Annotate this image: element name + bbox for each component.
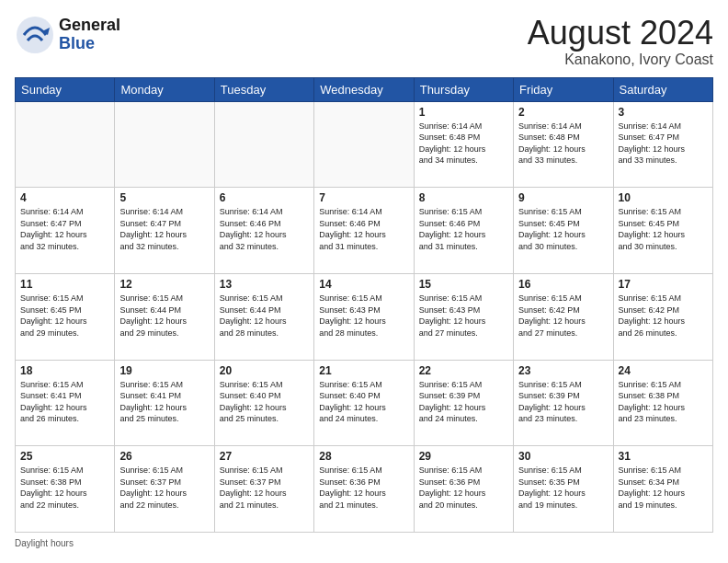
table-row: 13Sunrise: 6:15 AM Sunset: 6:44 PM Dayli…: [214, 273, 313, 360]
table-row: 15Sunrise: 6:15 AM Sunset: 6:43 PM Dayli…: [414, 273, 513, 360]
col-thursday: Thursday: [414, 77, 513, 101]
day-number: 19: [119, 364, 209, 377]
day-number: 6: [220, 191, 309, 204]
day-info: Sunrise: 6:15 AM Sunset: 6:42 PM Dayligh…: [619, 293, 708, 339]
day-info: Sunrise: 6:15 AM Sunset: 6:45 PM Dayligh…: [20, 293, 109, 339]
table-row: 6Sunrise: 6:14 AM Sunset: 6:46 PM Daylig…: [214, 188, 313, 274]
title-block: August 2024 Kanakono, Ivory Coast: [528, 15, 713, 68]
table-row: [16, 101, 115, 188]
day-number: 22: [419, 364, 508, 377]
table-row: [115, 101, 214, 188]
day-info: Sunrise: 6:15 AM Sunset: 6:36 PM Dayligh…: [419, 465, 508, 511]
table-row: 27Sunrise: 6:15 AM Sunset: 6:37 PM Dayli…: [214, 446, 313, 533]
day-info: Sunrise: 6:15 AM Sunset: 6:46 PM Dayligh…: [419, 206, 508, 252]
calendar-week-row: 11Sunrise: 6:15 AM Sunset: 6:45 PM Dayli…: [16, 273, 713, 360]
logo-blue: Blue: [59, 35, 120, 53]
day-info: Sunrise: 6:14 AM Sunset: 6:48 PM Dayligh…: [518, 121, 608, 167]
table-row: 29Sunrise: 6:15 AM Sunset: 6:36 PM Dayli…: [414, 446, 513, 533]
calendar-week-row: 4Sunrise: 6:14 AM Sunset: 6:47 PM Daylig…: [16, 188, 713, 274]
day-number: 9: [518, 191, 608, 204]
day-info: Sunrise: 6:15 AM Sunset: 6:39 PM Dayligh…: [419, 379, 508, 425]
day-number: 1: [419, 106, 508, 119]
day-info: Sunrise: 6:15 AM Sunset: 6:44 PM Dayligh…: [119, 293, 209, 339]
day-number: 21: [319, 364, 408, 377]
table-row: 28Sunrise: 6:15 AM Sunset: 6:36 PM Dayli…: [314, 446, 414, 533]
day-number: 27: [220, 450, 309, 463]
page: General Blue August 2024 Kanakono, Ivory…: [0, 0, 728, 563]
day-number: 28: [319, 450, 408, 463]
logo-label: General Blue: [59, 17, 120, 53]
day-number: 15: [419, 278, 508, 291]
logo-icon: [15, 15, 55, 55]
table-row: 30Sunrise: 6:15 AM Sunset: 6:35 PM Dayli…: [514, 446, 613, 533]
table-row: 23Sunrise: 6:15 AM Sunset: 6:39 PM Dayli…: [514, 360, 613, 446]
table-row: 19Sunrise: 6:15 AM Sunset: 6:41 PM Dayli…: [115, 360, 214, 446]
day-info: Sunrise: 6:15 AM Sunset: 6:38 PM Dayligh…: [619, 379, 708, 425]
day-info: Sunrise: 6:15 AM Sunset: 6:35 PM Dayligh…: [518, 465, 608, 511]
table-row: 5Sunrise: 6:14 AM Sunset: 6:47 PM Daylig…: [115, 188, 214, 274]
day-number: 26: [119, 450, 209, 463]
day-info: Sunrise: 6:14 AM Sunset: 6:46 PM Dayligh…: [220, 206, 309, 252]
day-number: 16: [518, 278, 608, 291]
table-row: 10Sunrise: 6:15 AM Sunset: 6:45 PM Dayli…: [613, 188, 712, 274]
day-info: Sunrise: 6:15 AM Sunset: 6:40 PM Dayligh…: [220, 379, 309, 425]
day-number: 2: [518, 106, 608, 119]
day-info: Sunrise: 6:15 AM Sunset: 6:34 PM Dayligh…: [619, 465, 708, 511]
table-row: 11Sunrise: 6:15 AM Sunset: 6:45 PM Dayli…: [16, 273, 115, 360]
day-number: 4: [20, 191, 109, 204]
footer: Daylight hours: [15, 538, 713, 548]
day-info: Sunrise: 6:15 AM Sunset: 6:45 PM Dayligh…: [518, 206, 608, 252]
day-number: 12: [119, 278, 209, 291]
table-row: 8Sunrise: 6:15 AM Sunset: 6:46 PM Daylig…: [414, 188, 513, 274]
calendar-title: August 2024: [528, 15, 713, 52]
day-number: 31: [619, 450, 708, 463]
table-row: 12Sunrise: 6:15 AM Sunset: 6:44 PM Dayli…: [115, 273, 214, 360]
table-row: 16Sunrise: 6:15 AM Sunset: 6:42 PM Dayli…: [514, 273, 613, 360]
day-number: 30: [518, 450, 608, 463]
day-number: 7: [319, 191, 408, 204]
day-info: Sunrise: 6:14 AM Sunset: 6:46 PM Dayligh…: [319, 206, 408, 252]
logo: General Blue: [15, 15, 120, 55]
day-number: 24: [619, 364, 708, 377]
day-number: 10: [619, 191, 708, 204]
day-info: Sunrise: 6:15 AM Sunset: 6:38 PM Dayligh…: [20, 465, 109, 511]
table-row: 1Sunrise: 6:14 AM Sunset: 6:48 PM Daylig…: [414, 101, 513, 188]
col-wednesday: Wednesday: [314, 77, 414, 101]
calendar-header-row: Sunday Monday Tuesday Wednesday Thursday…: [16, 77, 713, 101]
table-row: 2Sunrise: 6:14 AM Sunset: 6:48 PM Daylig…: [514, 101, 613, 188]
day-info: Sunrise: 6:15 AM Sunset: 6:43 PM Dayligh…: [419, 293, 508, 339]
table-row: 31Sunrise: 6:15 AM Sunset: 6:34 PM Dayli…: [613, 446, 712, 533]
table-row: 20Sunrise: 6:15 AM Sunset: 6:40 PM Dayli…: [214, 360, 313, 446]
day-info: Sunrise: 6:15 AM Sunset: 6:41 PM Dayligh…: [20, 379, 109, 425]
calendar-subtitle: Kanakono, Ivory Coast: [528, 52, 713, 68]
table-row: 9Sunrise: 6:15 AM Sunset: 6:45 PM Daylig…: [514, 188, 613, 274]
footer-label: Daylight hours: [15, 538, 74, 548]
day-number: 17: [619, 278, 708, 291]
table-row: [314, 101, 414, 188]
day-info: Sunrise: 6:14 AM Sunset: 6:47 PM Dayligh…: [619, 121, 708, 167]
col-sunday: Sunday: [16, 77, 115, 101]
table-row: 17Sunrise: 6:15 AM Sunset: 6:42 PM Dayli…: [613, 273, 712, 360]
day-info: Sunrise: 6:14 AM Sunset: 6:48 PM Dayligh…: [419, 121, 508, 167]
table-row: 26Sunrise: 6:15 AM Sunset: 6:37 PM Dayli…: [115, 446, 214, 533]
table-row: 14Sunrise: 6:15 AM Sunset: 6:43 PM Dayli…: [314, 273, 414, 360]
day-number: 29: [419, 450, 508, 463]
table-row: 21Sunrise: 6:15 AM Sunset: 6:40 PM Dayli…: [314, 360, 414, 446]
day-info: Sunrise: 6:15 AM Sunset: 6:44 PM Dayligh…: [220, 293, 309, 339]
col-saturday: Saturday: [613, 77, 712, 101]
day-number: 3: [619, 106, 708, 119]
table-row: 18Sunrise: 6:15 AM Sunset: 6:41 PM Dayli…: [16, 360, 115, 446]
day-info: Sunrise: 6:15 AM Sunset: 6:40 PM Dayligh…: [319, 379, 408, 425]
day-info: Sunrise: 6:15 AM Sunset: 6:43 PM Dayligh…: [319, 293, 408, 339]
table-row: 25Sunrise: 6:15 AM Sunset: 6:38 PM Dayli…: [16, 446, 115, 533]
calendar-week-row: 1Sunrise: 6:14 AM Sunset: 6:48 PM Daylig…: [16, 101, 713, 188]
day-info: Sunrise: 6:15 AM Sunset: 6:37 PM Dayligh…: [220, 465, 309, 511]
day-info: Sunrise: 6:15 AM Sunset: 6:37 PM Dayligh…: [119, 465, 209, 511]
col-friday: Friday: [514, 77, 613, 101]
table-row: 22Sunrise: 6:15 AM Sunset: 6:39 PM Dayli…: [414, 360, 513, 446]
day-info: Sunrise: 6:15 AM Sunset: 6:36 PM Dayligh…: [319, 465, 408, 511]
calendar-week-row: 25Sunrise: 6:15 AM Sunset: 6:38 PM Dayli…: [16, 446, 713, 533]
col-monday: Monday: [115, 77, 214, 101]
table-row: [214, 101, 313, 188]
day-number: 11: [20, 278, 109, 291]
